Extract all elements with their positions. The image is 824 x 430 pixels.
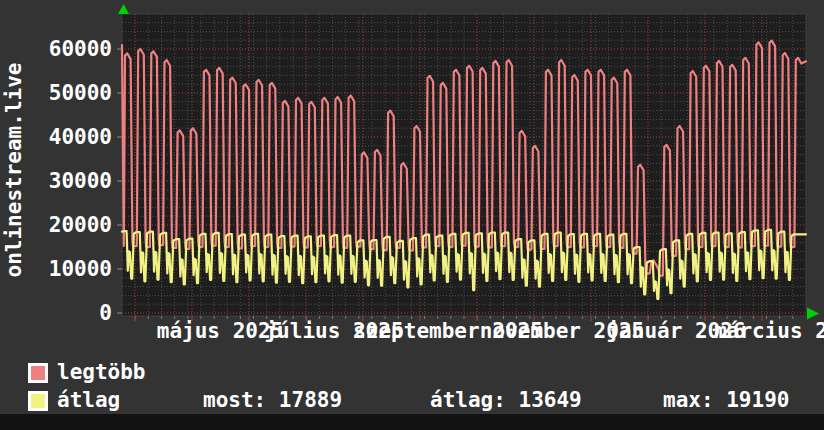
y-tick-label-60000: 60000 [0, 36, 112, 62]
y-tick-label-0: 0 [0, 300, 112, 326]
x-month-label-5: március 2026 [714, 319, 824, 343]
stats-row: most: 17889átlag: 13649max: 19190 [0, 389, 824, 411]
stat-tlag: átlag: 13649 [430, 389, 582, 411]
vertical-axis-title-text: onlinestream.live [2, 63, 26, 278]
stat-max: max: 19190 [663, 389, 789, 411]
legend-swatch-legtobb [28, 363, 48, 383]
bottom-strip [0, 414, 824, 430]
stat-most: most: 17889 [203, 389, 342, 411]
rrdtool-graph: 6000050000400003000020000100000 május 20… [0, 0, 824, 430]
legend-label-legtobb: legtöbb [57, 361, 146, 383]
